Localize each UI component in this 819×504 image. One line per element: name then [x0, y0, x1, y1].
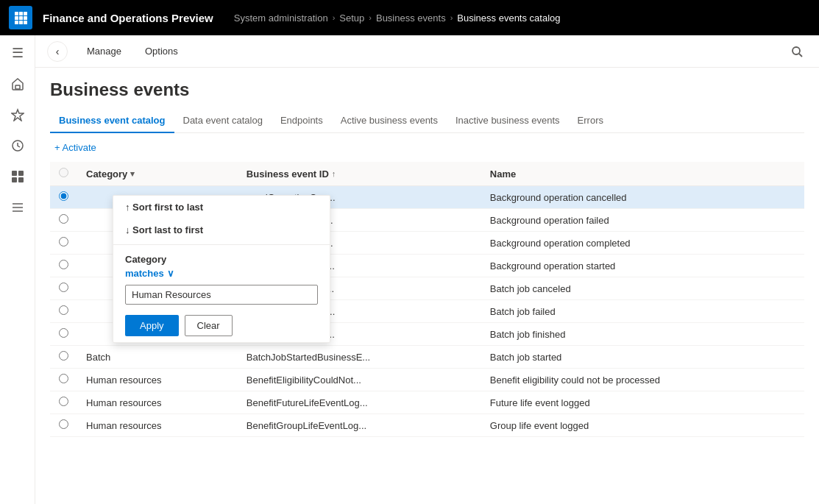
matches-chevron-icon: ∨ — [167, 268, 174, 279]
svg-rect-13 — [18, 171, 24, 176]
row-radio-input[interactable] — [59, 397, 68, 406]
sort-asc-button[interactable]: ↑ Sort first to last — [113, 196, 330, 219]
row-name: Batch job canceled — [481, 277, 804, 300]
breadcrumb: System administration › Setup › Business… — [234, 13, 561, 24]
favorites-icon[interactable] — [3, 100, 32, 129]
svg-rect-3 — [15, 16, 18, 20]
category-filter-input[interactable] — [125, 285, 318, 305]
left-nav: ☰ — [0, 35, 35, 504]
row-radio-cell — [50, 391, 77, 414]
svg-rect-2 — [24, 12, 27, 15]
category-col-label: Category — [86, 168, 127, 180]
tab-inactive-business-events[interactable]: Inactive business events — [447, 109, 569, 133]
svg-rect-4 — [19, 16, 23, 20]
row-radio-input[interactable] — [59, 214, 68, 224]
matches-label: matches — [125, 268, 164, 279]
clear-filter-button[interactable]: Clear — [185, 315, 233, 336]
breadcrumb-item-1[interactable]: System administration — [234, 13, 328, 24]
list-icon[interactable] — [3, 193, 32, 222]
sort-asc-label: ↑ Sort first to last — [125, 202, 203, 213]
row-radio-input[interactable] — [59, 374, 68, 383]
page-area: Business events Business event catalog D… — [35, 68, 819, 504]
row-name: Batch job started — [481, 346, 804, 369]
home-icon[interactable] — [3, 69, 32, 99]
breadcrumb-item-2[interactable]: Setup — [339, 13, 364, 24]
table-header-row: Category ▾ ↑ Sort first to last — [50, 162, 804, 186]
row-radio-cell — [50, 186, 77, 209]
row-radio-cell — [50, 300, 77, 323]
svg-rect-0 — [15, 12, 18, 15]
breadcrumb-chevron-1: › — [333, 13, 336, 22]
row-event-id: BatchJobStartedBusinessE... — [238, 346, 481, 369]
tab-data-event-catalog[interactable]: Data event catalog — [174, 109, 272, 133]
category-dropdown-wrapper: Category ▾ ↑ Sort first to last — [86, 168, 229, 180]
svg-rect-8 — [24, 21, 27, 24]
manage-button[interactable]: Manage — [82, 43, 126, 60]
table-row[interactable]: Human resourcesBenefitGroupLifeEventLog.… — [50, 414, 804, 437]
filter-matches-dropdown[interactable]: matches ∨ — [125, 268, 318, 279]
tab-endpoints[interactable]: Endpoints — [272, 109, 332, 133]
main-content: ‹ Manage Options Business events Busines… — [35, 35, 819, 504]
row-radio-input[interactable] — [59, 328, 68, 338]
row-radio-input[interactable] — [59, 351, 68, 361]
svg-rect-9 — [15, 85, 20, 89]
row-category: Human resources — [77, 369, 238, 391]
row-radio-input[interactable] — [59, 260, 68, 269]
breadcrumb-item-4: Business events catalog — [457, 13, 560, 24]
tab-business-event-catalog[interactable]: Business event catalog — [50, 109, 174, 133]
tab-errors[interactable]: Errors — [569, 109, 612, 133]
svg-rect-5 — [24, 16, 27, 20]
category-filter-dropdown: ↑ Sort first to last ↓ Sort last to firs… — [113, 195, 330, 343]
category-dropdown-toggle[interactable]: ▾ — [130, 169, 135, 179]
filter-buttons: Apply Clear — [125, 315, 318, 336]
activate-button[interactable]: + Activate — [50, 139, 101, 156]
back-button[interactable]: ‹ — [47, 41, 68, 62]
row-name: Background operation started — [481, 255, 804, 277]
svg-rect-15 — [18, 177, 24, 182]
filter-section: Category matches ∨ Apply — [113, 248, 330, 339]
row-name: Benefit eligibility could not be process… — [481, 369, 804, 391]
table-row[interactable]: Human resourcesBenefitFutureLifeEventLog… — [50, 391, 804, 414]
breadcrumb-chevron-3: › — [450, 13, 453, 22]
row-radio-input[interactable] — [59, 419, 68, 429]
svg-rect-7 — [19, 21, 23, 24]
row-name: Future life event logged — [481, 391, 804, 414]
row-name: Batch job failed — [481, 300, 804, 323]
filter-label: Category — [125, 254, 318, 265]
sort-desc-button[interactable]: ↓ Sort last to first — [113, 219, 330, 241]
row-radio-cell — [50, 414, 77, 437]
row-name: Group life event logged — [481, 414, 804, 437]
app-title: Finance and Operations Preview — [43, 12, 213, 24]
th-name: Name — [481, 162, 804, 186]
th-event-id: Business event ID ↑ — [238, 162, 481, 186]
recent-icon[interactable] — [3, 131, 32, 160]
toolbar-row: + Activate — [50, 133, 804, 162]
name-col-label: Name — [490, 168, 516, 180]
svg-rect-6 — [15, 21, 18, 24]
row-radio-input[interactable] — [59, 191, 68, 201]
svg-rect-12 — [12, 171, 17, 176]
workspaces-icon[interactable] — [3, 162, 32, 191]
app-launcher-button[interactable] — [9, 6, 32, 29]
event-id-sort-icon[interactable]: ↑ — [332, 169, 336, 178]
row-radio-input[interactable] — [59, 237, 68, 246]
tab-active-business-events[interactable]: Active business events — [332, 109, 447, 133]
row-radio-input[interactable] — [59, 283, 68, 292]
hamburger-icon[interactable]: ☰ — [3, 38, 32, 68]
th-category: Category ▾ ↑ Sort first to last — [77, 162, 238, 186]
options-button[interactable]: Options — [141, 43, 182, 60]
table-row[interactable]: Human resourcesBenefitEligibilityCouldNo… — [50, 369, 804, 391]
row-category: Batch — [77, 346, 238, 369]
svg-marker-10 — [12, 110, 24, 121]
events-table: Category ▾ ↑ Sort first to last — [50, 162, 804, 437]
apply-filter-button[interactable]: Apply — [125, 315, 179, 336]
table-row[interactable]: BatchBatchJobStartedBusinessE...Batch jo… — [50, 346, 804, 369]
svg-rect-1 — [19, 12, 23, 15]
dropdown-divider — [113, 244, 330, 245]
row-radio-input[interactable] — [59, 305, 68, 315]
search-button[interactable] — [787, 41, 807, 62]
top-bar: Finance and Operations Preview System ad… — [0, 0, 819, 35]
svg-line-20 — [799, 54, 802, 57]
breadcrumb-item-3[interactable]: Business events — [376, 13, 446, 24]
svg-rect-14 — [12, 177, 17, 182]
